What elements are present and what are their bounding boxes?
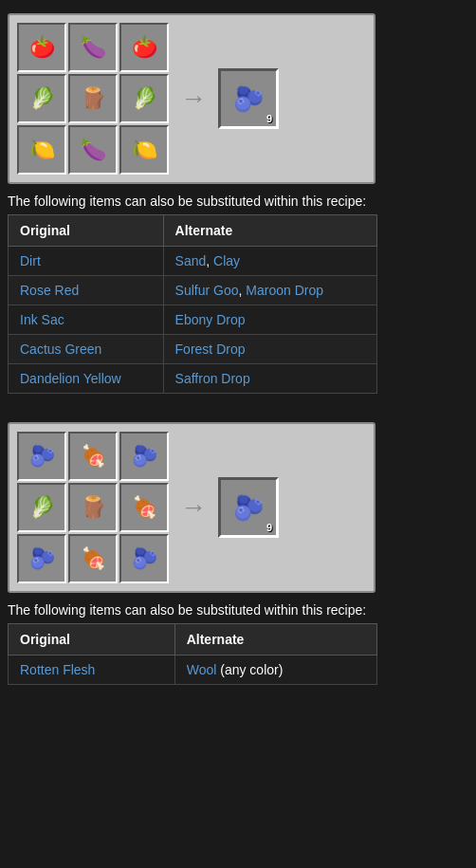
link-sand[interactable]: Sand <box>175 253 207 268</box>
original-dandelion-yellow: Dandelion Yellow <box>9 364 164 394</box>
original-rotten-flesh: Rotten Flesh <box>9 656 175 685</box>
grid-cell-r2c2: 🪵 <box>68 74 118 123</box>
grid2-cell-r3c3: 🫐 <box>119 534 169 583</box>
recipe-2-section: 🫐 🍖 🫐 🥬 🪵 🍖 🫐 🍖 🫐 → 🫐 9 The following it… <box>0 409 476 700</box>
grid-cell-r2c3: 🥬 <box>119 74 169 123</box>
substitution-text-1: The following items can also be substitu… <box>4 190 472 214</box>
link-clay[interactable]: Clay <box>213 253 240 268</box>
result-count-2: 9 <box>266 522 272 533</box>
link-wool[interactable]: Wool <box>187 662 217 677</box>
result-cell-2: 🫐 9 <box>218 477 279 538</box>
grid-cell-r1c3: 🍅 <box>119 23 169 72</box>
grid-cell-r3c3: 🍋 <box>119 125 169 175</box>
crafting-box-2: 🫐 🍖 🫐 🥬 🪵 🍖 🫐 🍖 🫐 → 🫐 9 <box>8 422 375 593</box>
result-emoji-2: 🫐 <box>233 493 264 523</box>
grid2-cell-r3c2: 🍖 <box>68 534 118 583</box>
substitution-table-2: Original Alternate Rotten Flesh Wool (an… <box>8 623 377 685</box>
alternate-rose-red: Sulfur Goo, Maroon Drop <box>163 276 376 305</box>
crafting-grid-1: 🍅 🍆 🍅 🥬 🪵 🥬 🍋 🍆 🍋 <box>17 23 169 175</box>
table-header-row-1: Original Alternate <box>9 215 377 247</box>
table-row: Ink Sac Ebony Drop <box>9 305 377 335</box>
grid-cell-r3c2: 🍆 <box>68 125 118 175</box>
grid2-cell-r1c3: 🫐 <box>119 432 169 481</box>
grid-cell-r3c1: 🍋 <box>17 125 66 175</box>
result-count-1: 9 <box>266 113 272 124</box>
original-cactus-green: Cactus Green <box>9 335 164 364</box>
original-dirt: Dirt <box>9 247 164 276</box>
link-saffron-drop[interactable]: Saffron Drop <box>175 371 250 386</box>
grid2-cell-r2c3: 🍖 <box>119 483 169 532</box>
alternate-dandelion-yellow: Saffron Drop <box>163 364 376 394</box>
original-ink-sac: Ink Sac <box>9 305 164 335</box>
link-sulfur-goo[interactable]: Sulfur Goo <box>175 283 239 298</box>
grid2-cell-r1c1: 🫐 <box>17 432 66 481</box>
table-row: Rose Red Sulfur Goo, Maroon Drop <box>9 276 377 305</box>
col-header-original-1: Original <box>9 215 164 247</box>
grid2-cell-r2c1: 🥬 <box>17 483 66 532</box>
col-header-alternate-2: Alternate <box>174 624 376 656</box>
grid-cell-r2c1: 🥬 <box>17 74 66 123</box>
alternate-rotten-flesh: Wool (any color) <box>174 656 376 685</box>
table-row: Cactus Green Forest Drop <box>9 335 377 364</box>
wool-qualifier: (any color) <box>220 662 283 677</box>
crafting-grid-2: 🫐 🍖 🫐 🥬 🪵 🍖 🫐 🍖 🫐 <box>17 432 169 583</box>
table-row: Dirt Sand, Clay <box>9 247 377 276</box>
grid2-cell-r2c2: 🪵 <box>68 483 118 532</box>
col-header-original-2: Original <box>9 624 175 656</box>
grid2-cell-r1c2: 🍖 <box>68 432 118 481</box>
table-row: Dandelion Yellow Saffron Drop <box>9 364 377 394</box>
grid-cell-r1c1: 🍅 <box>17 23 66 72</box>
link-forest-drop[interactable]: Forest Drop <box>175 342 246 357</box>
col-header-alternate-1: Alternate <box>163 215 376 247</box>
recipe-1-section: 🍅 🍆 🍅 🥬 🪵 🥬 🍋 🍆 🍋 → 🫐 9 The following it… <box>0 0 476 409</box>
arrow-icon-2: → <box>180 492 207 523</box>
grid-cell-r1c2: 🍆 <box>68 23 118 72</box>
table-row: Rotten Flesh Wool (any color) <box>9 656 377 685</box>
alternate-ink-sac: Ebony Drop <box>163 305 376 335</box>
alternate-cactus-green: Forest Drop <box>163 335 376 364</box>
result-cell-1: 🫐 9 <box>218 68 279 129</box>
substitution-text-2: The following items can also be substitu… <box>4 599 472 623</box>
original-rose-red: Rose Red <box>9 276 164 305</box>
grid2-cell-r3c1: 🫐 <box>17 534 66 583</box>
link-maroon-drop[interactable]: Maroon Drop <box>246 283 323 298</box>
table-header-row-2: Original Alternate <box>9 624 377 656</box>
alternate-dirt: Sand, Clay <box>163 247 376 276</box>
crafting-box-1: 🍅 🍆 🍅 🥬 🪵 🥬 🍋 🍆 🍋 → 🫐 9 <box>8 13 375 184</box>
arrow-icon-1: → <box>180 83 207 114</box>
link-ebony-drop[interactable]: Ebony Drop <box>175 312 246 327</box>
result-emoji-1: 🫐 <box>233 84 264 114</box>
substitution-table-1: Original Alternate Dirt Sand, Clay Rose … <box>8 214 377 394</box>
